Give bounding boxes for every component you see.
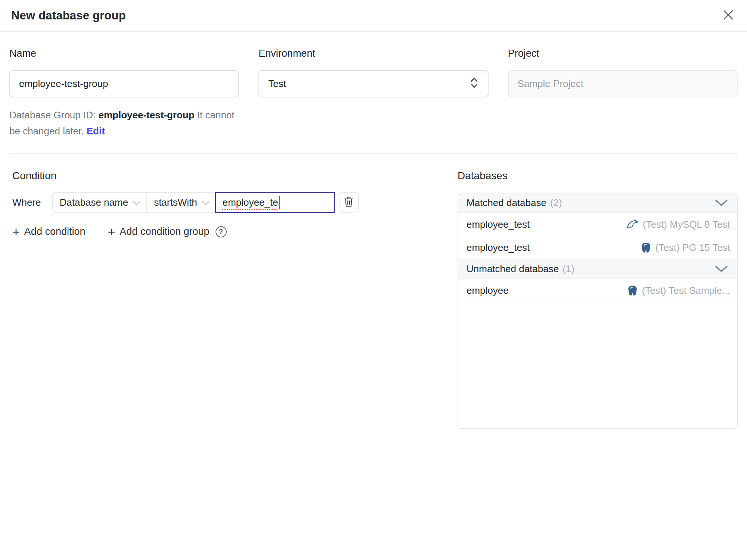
close-button[interactable] <box>721 7 736 24</box>
name-field-group: Name Database Group ID: employee-test-gr… <box>9 47 239 139</box>
matched-database-count: (2) <box>550 197 562 209</box>
project-label: Project <box>508 47 738 60</box>
plus-icon: + <box>108 226 115 237</box>
mysql-icon <box>626 219 639 231</box>
chevron-down-icon <box>202 197 210 208</box>
condition-field-select[interactable]: Database name <box>53 193 147 212</box>
name-input[interactable] <box>9 70 239 97</box>
environment-field-group: Environment Test <box>258 47 488 139</box>
project-field-group: Project <box>508 47 738 139</box>
text-cursor <box>279 196 280 209</box>
condition-controls-group: Database name startsWith <box>52 192 216 213</box>
environment-label: Environment <box>258 47 488 60</box>
condition-operator-select[interactable]: startsWith <box>146 193 216 212</box>
databases-section: Databases Matched database (2) employee_… <box>458 164 738 429</box>
database-name: employee_test <box>467 219 530 230</box>
select-arrows-icon <box>469 76 479 92</box>
plus-icon: + <box>12 226 20 237</box>
project-input[interactable] <box>508 70 738 97</box>
condition-field-value: Database name <box>60 197 128 208</box>
database-name: employee_test <box>467 242 530 253</box>
condition-actions: + Add condition + Add condition group ? <box>12 226 458 237</box>
name-label: Name <box>9 47 239 60</box>
environment-selected-value: Test <box>268 78 286 90</box>
add-condition-label: Add condition <box>24 226 86 237</box>
section-divider <box>9 153 738 154</box>
chevron-down-icon <box>715 265 728 273</box>
group-id-prefix: Database Group ID: <box>9 109 98 121</box>
page-title: New database group <box>11 9 126 22</box>
condition-operator-value: startsWith <box>154 197 197 208</box>
database-instance-info: (Test) MySQL 8 Test <box>626 219 730 231</box>
edit-group-id-link[interactable]: Edit <box>87 125 105 137</box>
add-condition-group-label: Add condition group <box>120 226 209 237</box>
main-area: Condition Where Database name startsWith <box>9 164 738 429</box>
database-instance: (Test) Test Sample... <box>642 285 731 296</box>
database-row: employee_test (Test) MySQL 8 Test <box>458 213 737 236</box>
chevron-down-icon <box>715 199 728 207</box>
databases-panel: Matched database (2) employee_test (Test… <box>458 193 738 429</box>
database-row: employee (Test) Test Sample... <box>458 279 737 302</box>
group-id-value: employee-test-group <box>98 109 194 121</box>
trash-icon <box>343 196 354 209</box>
group-id-helper: Database Group ID: employee-test-group I… <box>9 107 239 139</box>
chevron-down-icon <box>133 197 140 208</box>
database-instance-info: (Test) PG 15 Test <box>640 242 730 253</box>
database-instance: (Test) MySQL 8 Test <box>643 219 730 230</box>
postgresql-icon <box>627 285 638 296</box>
add-condition-group-button[interactable]: + Add condition group ? <box>108 226 226 237</box>
condition-heading: Condition <box>12 164 458 183</box>
close-icon <box>722 9 734 22</box>
unmatched-database-header[interactable]: Unmatched database (1) <box>458 259 737 279</box>
database-name: employee <box>467 285 509 296</box>
postgresql-icon <box>640 242 652 253</box>
help-icon[interactable]: ? <box>216 226 227 237</box>
unmatched-database-title: Unmatched database <box>467 263 559 275</box>
condition-section: Condition Where Database name startsWith <box>9 164 458 429</box>
environment-select[interactable]: Test <box>258 70 488 97</box>
delete-condition-button[interactable] <box>339 192 359 213</box>
condition-value-text: employee_te <box>223 197 278 208</box>
condition-row: Where Database name startsWith employee_… <box>12 192 458 213</box>
dialog-header: New database group <box>0 0 747 32</box>
database-instance: (Test) PG 15 Test <box>655 242 730 253</box>
group-form: Name Database Group ID: employee-test-gr… <box>9 47 738 139</box>
where-label: Where <box>12 192 41 213</box>
database-row: employee_test (Test) PG 15 Test <box>458 236 737 259</box>
matched-database-header[interactable]: Matched database (2) <box>458 193 737 213</box>
condition-value-input[interactable]: employee_te <box>215 192 335 213</box>
matched-database-title: Matched database <box>467 197 546 209</box>
database-instance-info: (Test) Test Sample... <box>627 285 731 296</box>
unmatched-database-count: (1) <box>562 263 574 275</box>
databases-heading: Databases <box>458 164 738 183</box>
add-condition-button[interactable]: + Add condition <box>12 226 85 237</box>
